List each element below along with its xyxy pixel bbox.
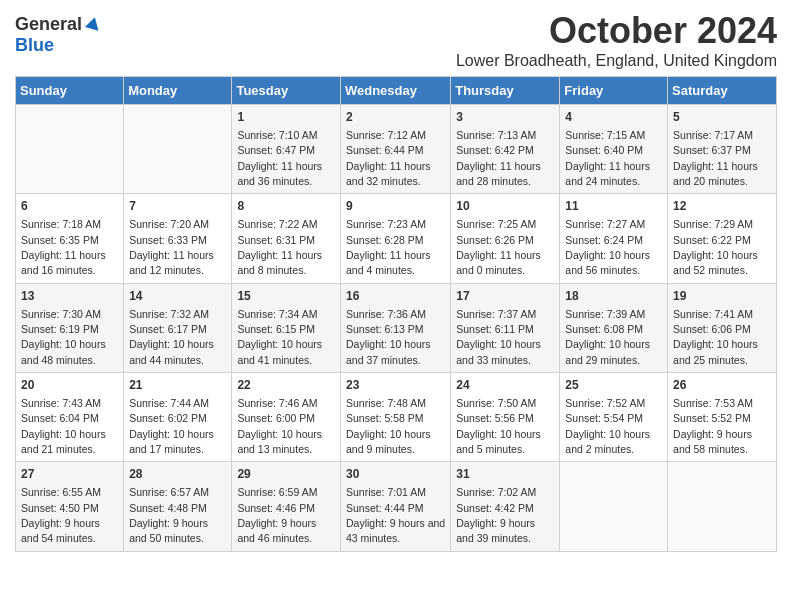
day-cell: 6Sunrise: 7:18 AM Sunset: 6:35 PM Daylig… — [16, 194, 124, 283]
week-row-5: 27Sunrise: 6:55 AM Sunset: 4:50 PM Dayli… — [16, 462, 777, 551]
day-detail: Sunrise: 6:59 AM Sunset: 4:46 PM Dayligh… — [237, 486, 317, 544]
day-cell: 7Sunrise: 7:20 AM Sunset: 6:33 PM Daylig… — [124, 194, 232, 283]
logo-blue-text: Blue — [15, 35, 54, 56]
day-detail: Sunrise: 7:39 AM Sunset: 6:08 PM Dayligh… — [565, 308, 650, 366]
day-number: 18 — [565, 288, 662, 305]
day-number: 30 — [346, 466, 445, 483]
day-detail: Sunrise: 7:12 AM Sunset: 6:44 PM Dayligh… — [346, 129, 431, 187]
day-detail: Sunrise: 7:20 AM Sunset: 6:33 PM Dayligh… — [129, 218, 214, 276]
day-number: 11 — [565, 198, 662, 215]
day-cell — [124, 105, 232, 194]
day-number: 29 — [237, 466, 335, 483]
day-cell: 8Sunrise: 7:22 AM Sunset: 6:31 PM Daylig… — [232, 194, 341, 283]
day-number: 20 — [21, 377, 118, 394]
day-number: 28 — [129, 466, 226, 483]
day-cell: 9Sunrise: 7:23 AM Sunset: 6:28 PM Daylig… — [340, 194, 450, 283]
day-cell: 4Sunrise: 7:15 AM Sunset: 6:40 PM Daylig… — [560, 105, 668, 194]
day-cell: 1Sunrise: 7:10 AM Sunset: 6:47 PM Daylig… — [232, 105, 341, 194]
day-number: 14 — [129, 288, 226, 305]
day-detail: Sunrise: 7:17 AM Sunset: 6:37 PM Dayligh… — [673, 129, 758, 187]
day-cell: 17Sunrise: 7:37 AM Sunset: 6:11 PM Dayli… — [451, 283, 560, 372]
day-detail: Sunrise: 7:22 AM Sunset: 6:31 PM Dayligh… — [237, 218, 322, 276]
day-detail: Sunrise: 7:27 AM Sunset: 6:24 PM Dayligh… — [565, 218, 650, 276]
day-cell — [668, 462, 777, 551]
day-cell: 13Sunrise: 7:30 AM Sunset: 6:19 PM Dayli… — [16, 283, 124, 372]
day-cell — [560, 462, 668, 551]
day-detail: Sunrise: 7:10 AM Sunset: 6:47 PM Dayligh… — [237, 129, 322, 187]
month-title: October 2024 — [456, 10, 777, 52]
location-subtitle: Lower Broadheath, England, United Kingdo… — [456, 52, 777, 70]
day-detail: Sunrise: 7:37 AM Sunset: 6:11 PM Dayligh… — [456, 308, 541, 366]
day-detail: Sunrise: 7:15 AM Sunset: 6:40 PM Dayligh… — [565, 129, 650, 187]
day-cell: 26Sunrise: 7:53 AM Sunset: 5:52 PM Dayli… — [668, 373, 777, 462]
day-cell: 22Sunrise: 7:46 AM Sunset: 6:00 PM Dayli… — [232, 373, 341, 462]
day-detail: Sunrise: 7:41 AM Sunset: 6:06 PM Dayligh… — [673, 308, 758, 366]
day-number: 3 — [456, 109, 554, 126]
day-number: 8 — [237, 198, 335, 215]
day-cell: 3Sunrise: 7:13 AM Sunset: 6:42 PM Daylig… — [451, 105, 560, 194]
logo-icon — [84, 15, 102, 33]
day-detail: Sunrise: 7:34 AM Sunset: 6:15 PM Dayligh… — [237, 308, 322, 366]
day-detail: Sunrise: 6:55 AM Sunset: 4:50 PM Dayligh… — [21, 486, 101, 544]
day-number: 26 — [673, 377, 771, 394]
day-number: 1 — [237, 109, 335, 126]
day-cell: 18Sunrise: 7:39 AM Sunset: 6:08 PM Dayli… — [560, 283, 668, 372]
day-detail: Sunrise: 7:44 AM Sunset: 6:02 PM Dayligh… — [129, 397, 214, 455]
day-number: 16 — [346, 288, 445, 305]
weekday-header-row: SundayMondayTuesdayWednesdayThursdayFrid… — [16, 77, 777, 105]
day-cell: 16Sunrise: 7:36 AM Sunset: 6:13 PM Dayli… — [340, 283, 450, 372]
day-cell: 24Sunrise: 7:50 AM Sunset: 5:56 PM Dayli… — [451, 373, 560, 462]
day-detail: Sunrise: 7:32 AM Sunset: 6:17 PM Dayligh… — [129, 308, 214, 366]
day-cell: 28Sunrise: 6:57 AM Sunset: 4:48 PM Dayli… — [124, 462, 232, 551]
day-cell: 30Sunrise: 7:01 AM Sunset: 4:44 PM Dayli… — [340, 462, 450, 551]
week-row-2: 6Sunrise: 7:18 AM Sunset: 6:35 PM Daylig… — [16, 194, 777, 283]
day-cell: 10Sunrise: 7:25 AM Sunset: 6:26 PM Dayli… — [451, 194, 560, 283]
day-detail: Sunrise: 7:30 AM Sunset: 6:19 PM Dayligh… — [21, 308, 106, 366]
day-cell: 11Sunrise: 7:27 AM Sunset: 6:24 PM Dayli… — [560, 194, 668, 283]
header: General Blue October 2024 Lower Broadhea… — [15, 10, 777, 70]
day-number: 2 — [346, 109, 445, 126]
day-detail: Sunrise: 7:18 AM Sunset: 6:35 PM Dayligh… — [21, 218, 106, 276]
day-number: 4 — [565, 109, 662, 126]
day-cell: 29Sunrise: 6:59 AM Sunset: 4:46 PM Dayli… — [232, 462, 341, 551]
day-cell: 15Sunrise: 7:34 AM Sunset: 6:15 PM Dayli… — [232, 283, 341, 372]
day-detail: Sunrise: 7:46 AM Sunset: 6:00 PM Dayligh… — [237, 397, 322, 455]
weekday-header-saturday: Saturday — [668, 77, 777, 105]
weekday-header-tuesday: Tuesday — [232, 77, 341, 105]
day-cell: 20Sunrise: 7:43 AM Sunset: 6:04 PM Dayli… — [16, 373, 124, 462]
day-number: 7 — [129, 198, 226, 215]
day-detail: Sunrise: 7:01 AM Sunset: 4:44 PM Dayligh… — [346, 486, 445, 544]
weekday-header-monday: Monday — [124, 77, 232, 105]
day-number: 6 — [21, 198, 118, 215]
day-number: 19 — [673, 288, 771, 305]
day-cell: 25Sunrise: 7:52 AM Sunset: 5:54 PM Dayli… — [560, 373, 668, 462]
day-cell: 19Sunrise: 7:41 AM Sunset: 6:06 PM Dayli… — [668, 283, 777, 372]
day-cell: 27Sunrise: 6:55 AM Sunset: 4:50 PM Dayli… — [16, 462, 124, 551]
day-number: 22 — [237, 377, 335, 394]
day-number: 15 — [237, 288, 335, 305]
day-cell: 23Sunrise: 7:48 AM Sunset: 5:58 PM Dayli… — [340, 373, 450, 462]
weekday-header-thursday: Thursday — [451, 77, 560, 105]
day-number: 21 — [129, 377, 226, 394]
day-number: 17 — [456, 288, 554, 305]
week-row-3: 13Sunrise: 7:30 AM Sunset: 6:19 PM Dayli… — [16, 283, 777, 372]
calendar-table: SundayMondayTuesdayWednesdayThursdayFrid… — [15, 76, 777, 552]
weekday-header-friday: Friday — [560, 77, 668, 105]
day-detail: Sunrise: 7:23 AM Sunset: 6:28 PM Dayligh… — [346, 218, 431, 276]
day-cell: 14Sunrise: 7:32 AM Sunset: 6:17 PM Dayli… — [124, 283, 232, 372]
day-number: 12 — [673, 198, 771, 215]
title-area: October 2024 Lower Broadheath, England, … — [456, 10, 777, 70]
day-cell — [16, 105, 124, 194]
logo: General Blue — [15, 14, 102, 56]
day-detail: Sunrise: 7:29 AM Sunset: 6:22 PM Dayligh… — [673, 218, 758, 276]
day-number: 5 — [673, 109, 771, 126]
svg-marker-0 — [85, 15, 102, 30]
day-detail: Sunrise: 7:48 AM Sunset: 5:58 PM Dayligh… — [346, 397, 431, 455]
weekday-header-wednesday: Wednesday — [340, 77, 450, 105]
day-number: 10 — [456, 198, 554, 215]
day-detail: Sunrise: 7:53 AM Sunset: 5:52 PM Dayligh… — [673, 397, 753, 455]
day-detail: Sunrise: 7:25 AM Sunset: 6:26 PM Dayligh… — [456, 218, 541, 276]
day-detail: Sunrise: 7:52 AM Sunset: 5:54 PM Dayligh… — [565, 397, 650, 455]
day-number: 23 — [346, 377, 445, 394]
day-number: 9 — [346, 198, 445, 215]
